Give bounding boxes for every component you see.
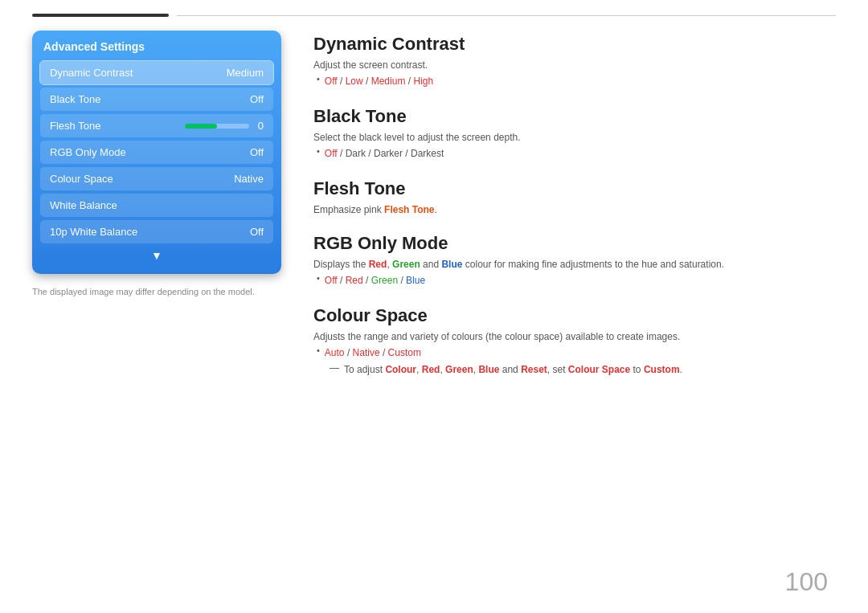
- bullet-line-dynamic-contrast: • Off / Low / Medium / High: [317, 74, 836, 88]
- flesh-tone-highlight: Flesh Tone: [384, 204, 434, 215]
- section-colour-space: Colour Space Adjusts the range and varie…: [313, 305, 836, 377]
- menu-item-value: Off: [250, 146, 264, 158]
- section-title-black-tone: Black Tone: [313, 106, 836, 127]
- bullet-line-colour-space: • Auto / Native / Custom: [317, 345, 836, 360]
- menu-item-10p-white-balance[interactable]: 10p White Balance Off: [40, 220, 273, 243]
- red-label: Red: [369, 259, 387, 270]
- menu-item-value: Off: [250, 93, 264, 105]
- colour-space-options: Auto / Native / Custom: [325, 345, 421, 360]
- slider-fill: [185, 124, 217, 129]
- bullet-line-rgb-only-mode: • Off / Red / Green / Blue: [317, 273, 836, 288]
- menu-item-label: Dynamic Contrast: [50, 67, 133, 79]
- section-title-rgb-only-mode: RGB Only Mode: [313, 233, 836, 254]
- menu-item-value: Off: [250, 226, 264, 238]
- section-rgb-only-mode: RGB Only Mode Displays the Red, Green an…: [313, 233, 836, 288]
- advanced-settings-title: Advanced Settings: [40, 40, 273, 53]
- section-desc-flesh-tone: Emphasize pink Flesh Tone.: [313, 204, 836, 215]
- menu-item-dynamic-contrast[interactable]: Dynamic Contrast Medium: [40, 61, 273, 84]
- section-desc-colour-space: Adjusts the range and variety of colours…: [313, 331, 836, 342]
- top-border-light: [177, 15, 836, 16]
- section-title-colour-space: Colour Space: [313, 305, 836, 326]
- blue-label: Blue: [441, 259, 462, 270]
- colour-space-label2: Colour Space: [568, 364, 630, 375]
- option-native: Native: [353, 347, 380, 358]
- bullet-icon: •: [317, 273, 320, 283]
- bullet-icon: •: [317, 74, 320, 84]
- chevron-down-icon: ▼: [151, 249, 162, 262]
- menu-item-label: Colour Space: [50, 173, 113, 185]
- menu-item-value: Native: [234, 173, 264, 185]
- right-panel: Dynamic Contrast Adjust the screen contr…: [313, 31, 836, 597]
- arrow-down-container: ▼: [40, 248, 273, 263]
- reset-label: Reset: [521, 364, 547, 375]
- dynamic-contrast-options: Off / Low / Medium / High: [325, 74, 433, 88]
- bullet-line-black-tone: • Off / Dark / Darker / Darkest: [317, 146, 836, 161]
- section-flesh-tone: Flesh Tone Emphasize pink Flesh Tone.: [313, 178, 836, 215]
- colour-space-sub-note: To adjust Colour, Red, Green, Blue and R…: [344, 362, 682, 377]
- slider-track: [185, 124, 249, 129]
- menu-item-label: RGB Only Mode: [50, 146, 126, 158]
- section-desc-rgb-only-mode: Displays the Red, Green and Blue colour …: [313, 259, 836, 270]
- option-high: High: [413, 76, 433, 87]
- option-blue: Blue: [406, 275, 425, 286]
- section-black-tone: Black Tone Select the black level to adj…: [313, 106, 836, 161]
- flesh-tone-label: Flesh Tone: [50, 120, 100, 132]
- menu-item-value: Medium: [227, 67, 264, 79]
- note-text: The displayed image may differ depending…: [32, 287, 281, 296]
- option-auto: Auto: [325, 347, 345, 358]
- section-title-flesh-tone: Flesh Tone: [313, 178, 836, 199]
- sub-bullet-colour-space: — To adjust Colour, Red, Green, Blue and…: [330, 362, 836, 377]
- option-off: Off: [325, 148, 338, 159]
- main-layout: Advanced Settings Dynamic Contrast Mediu…: [0, 22, 868, 613]
- custom-label: Custom: [644, 364, 680, 375]
- page-number: 100: [785, 567, 828, 597]
- red-label2: Red: [422, 364, 440, 375]
- menu-item-rgb-only-mode[interactable]: RGB Only Mode Off: [40, 141, 273, 164]
- menu-item-flesh-tone[interactable]: Flesh Tone 0: [40, 114, 273, 137]
- option-off: Off: [325, 76, 338, 87]
- option-medium: Medium: [371, 76, 406, 87]
- menu-item-label: Black Tone: [50, 93, 100, 105]
- black-tone-options: Off / Dark / Darker / Darkest: [325, 146, 444, 161]
- top-border-dark: [32, 14, 169, 17]
- menu-item-black-tone[interactable]: Black Tone Off: [40, 88, 273, 111]
- section-title-dynamic-contrast: Dynamic Contrast: [313, 34, 836, 55]
- section-desc-dynamic-contrast: Adjust the screen contrast.: [313, 59, 836, 71]
- menu-item-label: 10p White Balance: [50, 226, 137, 238]
- section-desc-black-tone: Select the black level to adjust the scr…: [313, 132, 836, 143]
- bullet-icon: •: [317, 345, 320, 355]
- blue-label2: Blue: [478, 364, 499, 375]
- option-red: Red: [346, 275, 363, 286]
- menu-item-white-balance[interactable]: White Balance: [40, 194, 273, 217]
- option-low: Low: [346, 76, 363, 87]
- advanced-settings-box: Advanced Settings Dynamic Contrast Mediu…: [32, 31, 281, 274]
- rgb-options: Off / Red / Green / Blue: [325, 273, 425, 288]
- flesh-tone-slider-area: 0: [185, 120, 264, 132]
- menu-item-label: White Balance: [50, 199, 117, 211]
- green-label2: Green: [445, 364, 473, 375]
- left-panel: Advanced Settings Dynamic Contrast Mediu…: [32, 31, 281, 597]
- slider-value: 0: [254, 120, 264, 132]
- green-label: Green: [392, 259, 420, 270]
- bullet-icon: •: [317, 146, 320, 156]
- option-off: Off: [325, 275, 338, 286]
- option-custom: Custom: [388, 347, 421, 358]
- menu-item-colour-space[interactable]: Colour Space Native: [40, 167, 273, 190]
- section-dynamic-contrast: Dynamic Contrast Adjust the screen contr…: [313, 34, 836, 88]
- em-dash: —: [330, 362, 339, 374]
- option-green: Green: [371, 275, 398, 286]
- colour-label: Colour: [385, 364, 416, 375]
- top-border: [0, 8, 868, 22]
